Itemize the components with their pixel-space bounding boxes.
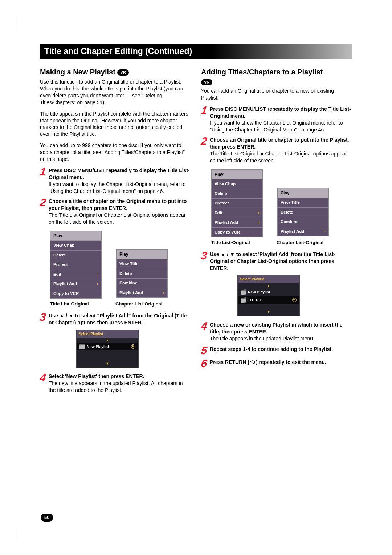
chapter-list-menu: Play View Title Delete Combine Playlist … [277, 188, 329, 236]
right-step6a: Press RETURN ( [210, 359, 249, 365]
vr-badge: VR [201, 79, 212, 85]
clapboard-icon [79, 344, 85, 349]
title-list-menu: Play View Chap. Delete Protect Edit› Pla… [50, 231, 102, 299]
right-step1-bold: Press DISC MENU/LIST repeatedly to displ… [210, 106, 351, 119]
menu-row: Combine [278, 217, 328, 227]
menu-row-label: Edit [53, 272, 61, 276]
right-step4-rest: The title appears in the updated Playlis… [210, 336, 314, 341]
menu-row: Combine [117, 279, 167, 288]
triangle-down-icon: ▼ [77, 362, 138, 365]
left-step1-rest: If you want to display the Chapter List-… [49, 181, 185, 194]
left-menu-captions: Title List-Original Chapter List-Origina… [50, 301, 191, 307]
page-number-badge: 50 [41, 514, 53, 522]
menu-row: View Chap. [212, 179, 262, 189]
chevron-right-icon: › [163, 290, 164, 296]
select-playlist-popup-right: Select Playlist. ▲ New Playlist TITLE 1 … [237, 275, 300, 316]
menu-row: Playlist Add› [50, 279, 101, 289]
right-step-4: 4 Choose a new or existing Playlist in w… [201, 321, 352, 342]
menu-row: Playlist Add› [117, 288, 167, 298]
title-list-menu: Play View Chap. Delete Protect Edit› Pla… [211, 169, 263, 237]
target-dot-icon [292, 298, 297, 302]
crop-mark-bl [15, 526, 22, 540]
left-step1-bold: Press DISC MENU/LIST repeatedly to displ… [49, 167, 190, 180]
left-heading-text: Making a New Playlist [40, 68, 115, 76]
vr-badge: VR [117, 69, 128, 76]
menu-row: Edit› [212, 208, 262, 218]
step-number-icon: 4 [200, 321, 210, 331]
menu-row: Copy to VCR [212, 228, 262, 237]
menu-row: Delete [50, 251, 101, 260]
right-step6b: ) repeatedly to exit the menu. [256, 359, 326, 365]
right-step-3: 3 Use ▲ / ▼ to select 'Playlist Add' fro… [201, 251, 352, 272]
popup-title: Select Playlist. [238, 275, 299, 283]
right-step-1: 1 Press DISC MENU/LIST repeatedly to dis… [201, 106, 352, 133]
left-column: Making a New Playlist VR Use this functi… [40, 67, 191, 397]
menu-row: Copy to VCR [50, 289, 101, 299]
chevron-right-icon: › [258, 219, 260, 225]
select-playlist-popup-left: Select Playlist. ▲ New Playlist ▼ [76, 330, 139, 368]
clapboard-icon [241, 289, 246, 295]
menu-row-label: Playlist Add [119, 291, 143, 295]
left-step4-bold: Select 'New Playlist' then press ENTER. [49, 373, 144, 379]
menu-row: Edit› [50, 270, 101, 280]
popup-row-label: New Playlist [87, 344, 109, 349]
right-step-5: 5 Repeat steps 1-4 to continue adding to… [201, 346, 352, 355]
menu-header: Play [50, 231, 101, 241]
left-heading: Making a New Playlist VR [40, 67, 191, 77]
right-step5-bold: Repeat steps 1-4 to continue adding to t… [210, 346, 333, 352]
step-number-icon: 2 [200, 137, 210, 146]
right-step3-bold: Use ▲ / ▼ to select 'Playlist Add' from … [210, 251, 335, 271]
step-number-icon: 3 [39, 312, 49, 322]
right-menu-pair: Play View Chap. Delete Protect Edit› Pla… [211, 169, 352, 237]
right-intro: You can add an Original title or chapter… [201, 88, 352, 101]
caption-title-list: Title List-Original [211, 239, 262, 246]
left-step-1: 1 Press DISC MENU/LIST repeatedly to dis… [40, 167, 191, 195]
chevron-right-icon: › [97, 281, 98, 287]
triangle-down-icon: ▼ [238, 310, 299, 314]
chapter-list-menu: Play View Title Delete Combine Playlist … [116, 249, 168, 298]
right-step-6: 6 Press RETURN () repeatedly to exit the… [201, 359, 352, 368]
menu-row: Protect [50, 260, 101, 270]
target-dot-icon [131, 344, 135, 349]
chevron-right-icon: › [258, 210, 260, 216]
chevron-right-icon: › [324, 228, 326, 234]
popup-row-new-playlist: New Playlist [77, 343, 138, 350]
return-icon [249, 359, 256, 366]
left-intro-3: You can add up to 999 chapters to one di… [40, 142, 191, 163]
step-number-icon: 4 [39, 373, 49, 382]
chevron-right-icon: › [97, 271, 98, 277]
menu-header: Play [117, 250, 167, 259]
right-heading: Adding Titles/Chapters to a Playlist [201, 67, 352, 77]
triangle-up-icon: ▲ [238, 284, 299, 288]
clapboard-icon [241, 297, 246, 303]
left-step2-rest: The Title List-Original or Chapter List-… [49, 212, 185, 225]
menu-header: Play [278, 188, 328, 198]
left-step3-bold: Use ▲ / ▼ to select "Playlist Add" from … [49, 313, 187, 325]
step-number-icon: 1 [39, 167, 49, 177]
menu-row-label: Playlist Add [53, 281, 77, 286]
triangle-up-icon: ▲ [77, 339, 138, 342]
menu-row: Playlist Add› [278, 227, 328, 236]
menu-row-label: Playlist Add [281, 229, 304, 234]
right-step4-bold: Choose a new or existing Playlist in whi… [210, 322, 343, 335]
left-step-4: 4 Select 'New Playlist' then press ENTER… [40, 373, 191, 394]
left-intro-1: Use this function to add an Original tit… [40, 78, 191, 106]
left-step4-rest: The new title appears in the updated Pla… [49, 380, 183, 393]
left-intro-2: The title appears in the Playlist comple… [40, 110, 191, 138]
left-step2-bold: Choose a title or chapter on the Origina… [49, 198, 187, 211]
popup-row-label: TITLE 1 [248, 297, 262, 303]
right-menu-captions: Title List-Original Chapter List-Origina… [211, 239, 352, 246]
right-column: Adding Titles/Chapters to a Playlist VR … [201, 67, 352, 397]
step-number-icon: 5 [200, 346, 210, 355]
page-title-bar: Title and Chapter Editing (Continued) [40, 44, 352, 59]
right-step2-bold: Choose an Original title or chapter to p… [210, 137, 349, 150]
step-number-icon: 1 [200, 106, 210, 115]
step-number-icon: 2 [39, 198, 49, 207]
step-number-icon: 3 [200, 251, 210, 260]
crop-mark-tl [15, 15, 22, 29]
step-number-icon: 6 [200, 359, 210, 368]
popup-title: Select Playlist. [77, 330, 138, 338]
right-step-2: 2 Choose an Original title or chapter to… [201, 137, 352, 164]
caption-chapter-list: Chapter List-Original [277, 239, 327, 246]
popup-row-label: New Playlist [248, 289, 270, 295]
